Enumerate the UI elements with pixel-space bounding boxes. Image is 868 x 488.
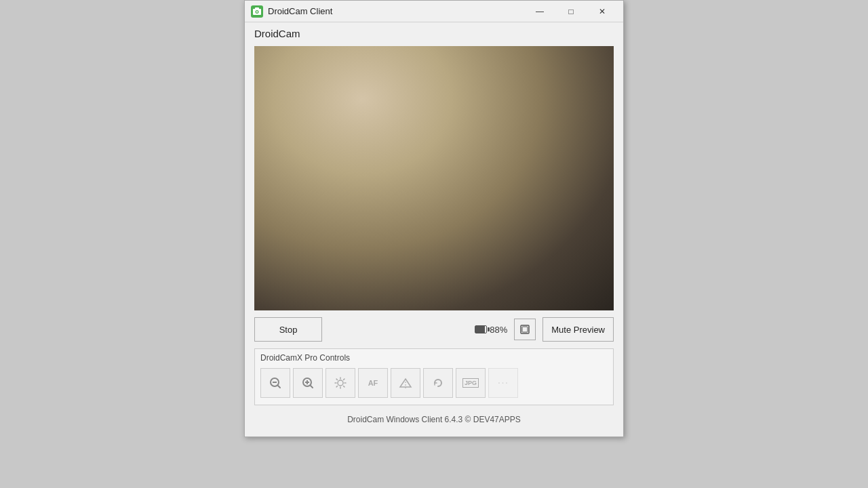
autofocus-button[interactable]: AF — [358, 368, 388, 398]
svg-line-22 — [336, 386, 337, 387]
svg-rect-6 — [522, 327, 528, 332]
footer: DroidCam Windows Client 6.4.3 © DEV47APP… — [254, 411, 614, 430]
titlebar: DroidCam Client — □ ✕ — [245, 1, 623, 22]
brightness-icon — [334, 376, 347, 390]
autofocus-label: AF — [368, 379, 378, 387]
screenshot-label: JPG — [462, 378, 479, 388]
brightness-button[interactable] — [326, 368, 355, 398]
main-window: DroidCam Client — □ ✕ DroidCam Stop 88% — [244, 0, 624, 437]
pro-controls-label: DroidCamX Pro Controls — [260, 353, 608, 363]
maximize-button[interactable]: □ — [555, 1, 587, 22]
window-title: DroidCam Client — [268, 6, 524, 16]
mute-preview-button[interactable]: Mute Preview — [542, 317, 614, 342]
footer-text: DroidCam Windows Client 6.4.3 © DEV47APP… — [347, 415, 521, 424]
pro-controls-buttons: AF JPG · — [260, 368, 608, 398]
zoom-in-icon — [301, 376, 315, 390]
svg-line-20 — [344, 386, 344, 387]
battery-percent: 88% — [490, 325, 507, 335]
mirror-icon — [399, 376, 412, 390]
video-preview — [254, 46, 614, 310]
pro-controls-section: DroidCamX Pro Controls — [254, 348, 614, 405]
battery-info: 88% — [475, 325, 507, 335]
fullscreen-button[interactable] — [514, 319, 536, 340]
content-area: Stop 88% Mute Preview DroidCamX Pro Cont… — [245, 43, 623, 436]
svg-line-9 — [278, 386, 280, 388]
more-button[interactable]: ··· — [488, 368, 518, 398]
screenshot-button[interactable]: JPG — [456, 368, 486, 398]
rotate-button[interactable] — [423, 368, 453, 398]
controls-bar: Stop 88% Mute Preview — [254, 310, 614, 348]
zoom-in-button[interactable] — [293, 368, 323, 398]
battery-icon — [475, 325, 487, 333]
svg-point-4 — [256, 11, 258, 12]
minimize-button[interactable]: — — [524, 1, 555, 22]
svg-rect-2 — [255, 7, 259, 9]
svg-point-14 — [338, 380, 343, 386]
zoom-out-icon — [269, 376, 282, 390]
fullscreen-icon — [520, 325, 530, 334]
svg-line-13 — [311, 386, 313, 388]
rotate-icon — [431, 376, 445, 390]
battery-fill — [475, 326, 485, 333]
window-controls: — □ ✕ — [524, 1, 618, 22]
svg-line-21 — [344, 379, 344, 380]
app-header: DroidCam — [245, 22, 623, 43]
more-label: ··· — [498, 377, 509, 389]
app-icon — [250, 5, 264, 18]
stop-button[interactable]: Stop — [254, 317, 322, 342]
app-title: DroidCam — [254, 28, 300, 39]
close-button[interactable]: ✕ — [587, 1, 618, 22]
svg-line-19 — [336, 379, 337, 380]
mirror-button[interactable] — [391, 368, 420, 398]
zoom-out-button[interactable] — [260, 368, 290, 398]
